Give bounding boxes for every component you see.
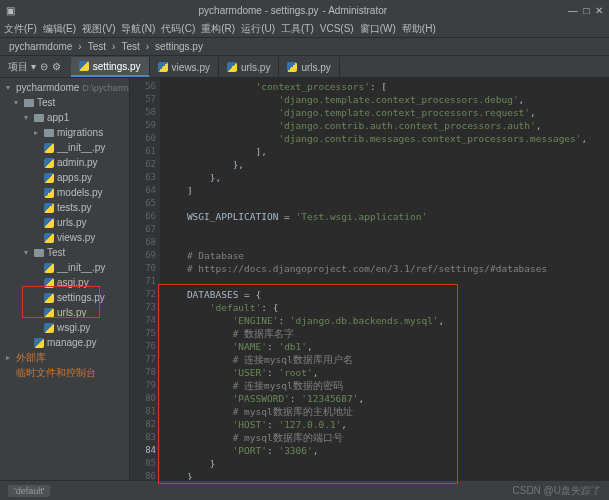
editor-tab[interactable]: settings.py (71, 57, 150, 77)
tree-node[interactable]: 临时文件和控制台 (0, 365, 129, 380)
python-icon (44, 293, 54, 303)
breadcrumb-item[interactable]: Test (118, 41, 142, 52)
python-icon (44, 278, 54, 288)
editor-tabs: 项目 ▾ ⊖ ⚙ settings.pyviews.pyurls.pyurls.… (0, 56, 609, 78)
code-line[interactable] (164, 197, 605, 210)
tree-node[interactable]: manage.py (0, 335, 129, 350)
code-line[interactable]: } (164, 457, 605, 470)
tree-node[interactable]: __init__.py (0, 260, 129, 275)
code-line[interactable]: 'NAME': 'db1', (164, 340, 605, 353)
tree-node[interactable]: asgi.py (0, 275, 129, 290)
code-line[interactable]: WSGI_APPLICATION = 'Test.wsgi.applicatio… (164, 210, 605, 223)
tree-node[interactable]: urls.py (0, 215, 129, 230)
collapse-icon[interactable]: ⊖ (40, 61, 48, 72)
code-line[interactable]: ], (164, 145, 605, 158)
code-line[interactable]: 'django.contrib.messages.context_process… (164, 132, 605, 145)
folder-icon (44, 129, 54, 137)
close-icon[interactable]: ✕ (595, 5, 603, 16)
code-line[interactable]: 'context_processors': [ (164, 80, 605, 93)
tree-node[interactable]: admin.py (0, 155, 129, 170)
code-line[interactable] (164, 223, 605, 236)
tree-node[interactable]: ▾Test (0, 95, 129, 110)
tree-node[interactable]: wsgi.py (0, 320, 129, 335)
tree-node[interactable]: __init__.py (0, 140, 129, 155)
python-icon (158, 62, 168, 72)
code-line[interactable] (164, 275, 605, 288)
python-icon (79, 61, 89, 71)
menu-item[interactable]: 运行(U) (241, 22, 275, 36)
breadcrumb-item[interactable]: pycharmdome (6, 41, 75, 52)
python-icon (44, 188, 54, 198)
breadcrumb-item[interactable]: Test (85, 41, 109, 52)
code-area[interactable]: 'context_processors': [ 'django.template… (160, 78, 609, 480)
tree-node[interactable]: settings.py (0, 290, 129, 305)
code-line[interactable]: 'HOST': '127.0.0.1', (164, 418, 605, 431)
menu-item[interactable]: 帮助(H) (402, 22, 436, 36)
code-line[interactable]: 'PASSWORD': '12345687', (164, 392, 605, 405)
folder-icon (34, 114, 44, 122)
menu-item[interactable]: 视图(V) (82, 22, 115, 36)
max-icon[interactable]: □ (583, 5, 589, 16)
status-badge[interactable]: 'default' (8, 485, 50, 497)
code-line[interactable]: 'django.contrib.auth.context_processors.… (164, 119, 605, 132)
tree-node[interactable]: tests.py (0, 200, 129, 215)
project-tool-label[interactable]: 项目 ▾ ⊖ ⚙ (0, 56, 69, 77)
tree-node[interactable]: views.py (0, 230, 129, 245)
code-line[interactable]: 'USER': 'root', (164, 366, 605, 379)
code-line[interactable]: # 连接mysql数据库用户名 (164, 353, 605, 366)
code-line[interactable]: }, (164, 171, 605, 184)
python-icon (44, 263, 54, 273)
code-editor[interactable]: 5657585960616263646566676869707172737475… (130, 78, 609, 480)
code-line[interactable]: # mysql数据库的主机地址 (164, 405, 605, 418)
breadcrumb-item[interactable]: settings.py (152, 41, 206, 52)
code-line[interactable]: # 连接mysql数据的密码 (164, 379, 605, 392)
code-line[interactable]: 'default': { (164, 301, 605, 314)
code-line[interactable]: 'ENGINE': 'django.db.backends.mysql', (164, 314, 605, 327)
tree-node[interactable]: ▾app1 (0, 110, 129, 125)
code-line[interactable]: # mysql数据库的端口号 (164, 431, 605, 444)
gutter: 5657585960616263646566676869707172737475… (130, 78, 160, 480)
tree-node[interactable]: apps.py (0, 170, 129, 185)
code-line[interactable]: ] (164, 184, 605, 197)
tree-node[interactable]: ▸migrations (0, 125, 129, 140)
menu-item[interactable]: 窗口(W) (360, 22, 396, 36)
menu-item[interactable]: 工具(T) (281, 22, 314, 36)
project-tree[interactable]: ▾pycharmdome D:\pycharmdome▾Test▾app1▸mi… (0, 78, 130, 480)
code-line[interactable]: DATABASES = { (164, 288, 605, 301)
menu-item[interactable]: 代码(C) (161, 22, 195, 36)
menu-item[interactable]: 文件(F) (4, 22, 37, 36)
code-line[interactable]: # 数据库名字 (164, 327, 605, 340)
folder-icon (34, 249, 44, 257)
python-icon (227, 62, 237, 72)
menu-item[interactable]: 导航(N) (121, 22, 155, 36)
statusbar: 'default' CSDN @U盘失踪了 (0, 480, 609, 500)
editor-tab[interactable]: urls.py (219, 57, 279, 77)
python-icon (44, 218, 54, 228)
code-line[interactable]: }, (164, 158, 605, 171)
python-icon (44, 173, 54, 183)
tree-node[interactable]: models.py (0, 185, 129, 200)
watermark: CSDN @U盘失踪了 (513, 484, 602, 498)
breadcrumb: pycharmdome›Test›Test›settings.py (0, 38, 609, 56)
window-title-suffix: - Administrator (323, 5, 387, 16)
code-line[interactable]: 'PORT': '3306', (164, 444, 605, 457)
code-line[interactable]: 'django.template.context_processors.requ… (164, 106, 605, 119)
min-icon[interactable]: ― (568, 5, 578, 16)
tree-node[interactable]: ▾pycharmdome D:\pycharmdome (0, 80, 129, 95)
menu-item[interactable]: 编辑(E) (43, 22, 76, 36)
gear-icon[interactable]: ⚙ (52, 61, 61, 72)
code-line[interactable]: # Database (164, 249, 605, 262)
python-icon (44, 308, 54, 318)
code-line[interactable] (164, 236, 605, 249)
editor-tab[interactable]: views.py (150, 57, 219, 77)
editor-tab[interactable]: urls.py (279, 57, 339, 77)
tree-node[interactable]: ▾Test (0, 245, 129, 260)
tree-node[interactable]: urls.py (0, 305, 129, 320)
code-line[interactable]: } (164, 470, 605, 480)
tree-node[interactable]: ▸外部库 (0, 350, 129, 365)
menu-item[interactable]: 重构(R) (201, 22, 235, 36)
menu-item[interactable]: VCS(S) (320, 23, 354, 34)
code-line[interactable]: # https://docs.djangoproject.com/en/3.1/… (164, 262, 605, 275)
titlebar: ▣ pycharmdome - settings.py - Administra… (0, 0, 609, 20)
code-line[interactable]: 'django.template.context_processors.debu… (164, 93, 605, 106)
